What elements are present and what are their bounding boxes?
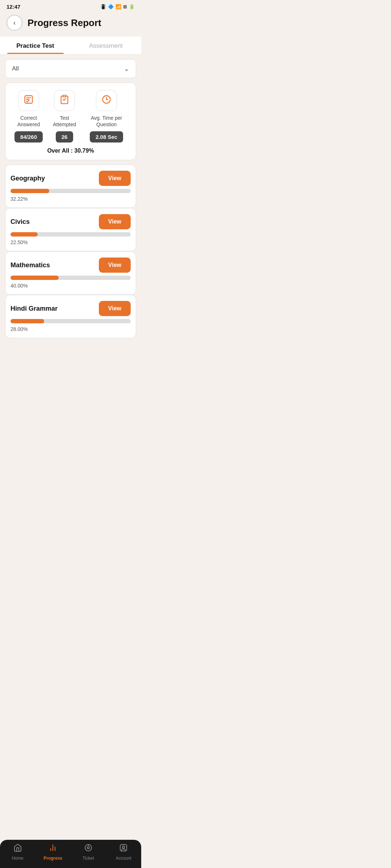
subject-name: Mathematics: [10, 261, 50, 269]
dropdown-value: All: [12, 65, 19, 72]
avg-time-icon-box: [96, 90, 117, 111]
subject-percent-label: 28.00%: [10, 326, 131, 332]
subject-name: Civics: [10, 218, 30, 226]
progress-bar-fill: [10, 276, 59, 280]
view-subject-button[interactable]: View: [99, 171, 131, 186]
stats-card: Correct Answered 84/260 Test Attempted 2…: [5, 82, 136, 160]
tabs-container: Practice Test Assessment: [0, 37, 141, 54]
subject-name: Geography: [10, 175, 45, 182]
avg-time-label: Avg. Time per Question: [81, 115, 132, 128]
progress-bar-fill: [10, 319, 44, 323]
header: ‹ Progress Report: [0, 12, 141, 37]
chevron-down-icon: ⌄: [124, 65, 129, 73]
status-time: 12:47: [7, 4, 20, 10]
subject-header: CivicsView: [10, 214, 131, 229]
test-attempted-value: 26: [56, 131, 73, 142]
test-attempted-label: Test Attempted: [48, 115, 81, 128]
vibrate-icon: 📳: [100, 4, 106, 9]
subject-card-mathematics: MathematicsView40.00%: [5, 251, 136, 295]
subject-card-civics: CivicsView22.50%: [5, 208, 136, 251]
view-subject-button[interactable]: View: [99, 301, 131, 316]
subject-card-geography: GeographyView32.22%: [5, 165, 136, 208]
status-bar: 12:47 📳 🔷 📶 ⊠ 🔋: [0, 0, 141, 12]
clock-icon: [101, 94, 112, 107]
correct-answered-value: 84/260: [14, 131, 43, 142]
signal-icon: ⊠: [123, 4, 127, 9]
progress-bar-background: [10, 189, 131, 193]
list-check-icon: [24, 94, 34, 107]
bluetooth-icon: 🔷: [108, 4, 114, 9]
subject-percent-label: 32.22%: [10, 196, 131, 202]
subject-header: Hindi GrammarView: [10, 301, 131, 316]
tab-practice-test-label: Practice Test: [16, 42, 54, 49]
subject-header: MathematicsView: [10, 258, 131, 273]
progress-bar-background: [10, 232, 131, 237]
filter-dropdown[interactable]: All ⌄: [5, 59, 136, 78]
correct-answered-label: Correct Answered: [9, 115, 48, 128]
back-button[interactable]: ‹: [7, 15, 22, 31]
back-arrow-icon: ‹: [13, 19, 16, 27]
page-title: Progress Report: [28, 17, 101, 29]
stat-avg-time: Avg. Time per Question 2.08 Sec: [81, 90, 132, 142]
status-icons: 📳 🔷 📶 ⊠ 🔋: [100, 4, 135, 9]
stat-correct-answered: Correct Answered 84/260: [9, 90, 48, 142]
correct-answered-icon-box: [18, 90, 39, 111]
test-attempted-icon-box: [54, 90, 75, 111]
overall-score: Over All : 30.79%: [9, 148, 132, 154]
subject-card-hindi-grammar: Hindi GrammarView28.00%: [5, 295, 136, 338]
tab-assessment[interactable]: Assessment: [71, 37, 141, 54]
subject-name: Hindi Grammar: [10, 305, 58, 312]
svg-rect-3: [63, 95, 66, 97]
battery-icon: 🔋: [129, 4, 135, 9]
subject-header: GeographyView: [10, 171, 131, 186]
wifi-icon: 📶: [115, 4, 121, 9]
main-content: All ⌄ Correct Answered 84/260: [0, 54, 141, 374]
view-subject-button[interactable]: View: [99, 258, 131, 273]
tab-assessment-label: Assessment: [89, 42, 123, 49]
subject-percent-label: 22.50%: [10, 239, 131, 245]
progress-bar-fill: [10, 232, 38, 237]
progress-bar-background: [10, 319, 131, 323]
stats-row: Correct Answered 84/260 Test Attempted 2…: [9, 90, 132, 142]
clipboard-check-icon: [59, 94, 70, 107]
avg-time-value: 2.08 Sec: [90, 131, 123, 142]
tab-practice-test[interactable]: Practice Test: [0, 37, 71, 54]
progress-bar-background: [10, 276, 131, 280]
view-subject-button[interactable]: View: [99, 214, 131, 229]
subjects-list: GeographyView32.22%CivicsView22.50%Mathe…: [5, 165, 136, 338]
subject-percent-label: 40.00%: [10, 283, 131, 289]
stat-test-attempted: Test Attempted 26: [48, 90, 81, 142]
progress-bar-fill: [10, 189, 49, 193]
